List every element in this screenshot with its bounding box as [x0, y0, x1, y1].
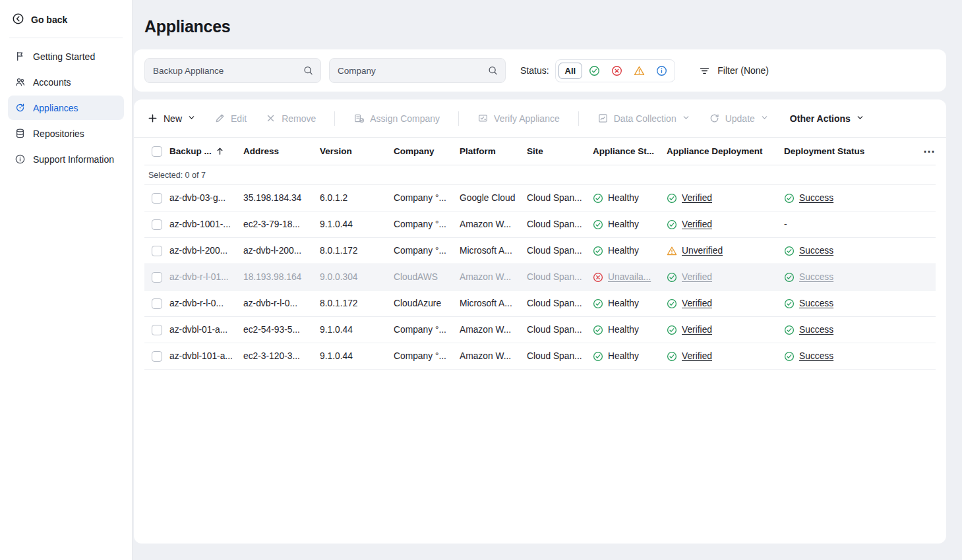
company-search-input[interactable]	[329, 58, 506, 83]
sidebar-item-label: Appliances	[33, 103, 78, 113]
other-actions-button[interactable]: Other Actions	[790, 113, 864, 124]
go-back-button[interactable]: Go back	[8, 7, 124, 33]
column-header-version[interactable]: Version	[320, 146, 394, 156]
cell-appliance-deployment: Verified	[667, 298, 784, 309]
status-filter-error-button[interactable]	[607, 62, 627, 80]
status-link[interactable]: Verified	[682, 351, 712, 361]
status-link[interactable]: Success	[799, 325, 833, 335]
column-header-site[interactable]: Site	[527, 146, 593, 156]
appliance-icon	[15, 102, 26, 113]
table-row[interactable]: az-dvb-r-l-01... 18.193.98.164 9.0.0.304…	[144, 264, 936, 291]
status-link[interactable]: Verified	[682, 272, 712, 282]
status-link[interactable]: Verified	[682, 193, 712, 203]
status-link[interactable]: Verified	[682, 219, 712, 229]
row-checkbox[interactable]	[152, 298, 162, 309]
cell-appliance-status: Healthy	[593, 193, 667, 204]
cell-site: Cloud Span...	[527, 351, 593, 361]
sidebar-item-repositories[interactable]: Repositories	[8, 121, 124, 146]
column-header-platform[interactable]: Platform	[460, 146, 527, 156]
status-filter-segment: All	[555, 59, 676, 82]
cell-appliance-status: Healthy	[593, 219, 667, 230]
info-icon	[15, 154, 26, 165]
column-header-address[interactable]: Address	[243, 146, 320, 156]
chevron-down-icon	[760, 113, 769, 124]
sidebar-item-appliances[interactable]: Appliances	[8, 96, 124, 120]
database-icon	[15, 128, 26, 139]
sidebar-item-support-information[interactable]: Support Information	[8, 147, 124, 171]
status-link[interactable]: Success	[799, 193, 833, 203]
appliances-panel: New Edit Remove Assign Company	[134, 99, 946, 544]
check-circle-icon	[593, 298, 603, 309]
table-row[interactable]: az-dvb-r-l-0... az-dvb-r-l-0... 8.0.1.17…	[144, 291, 936, 317]
column-header-backup-appliance[interactable]: Backup ...	[169, 146, 243, 156]
table-row[interactable]: az-dvb-1001-... ec2-3-79-18... 9.1.0.44 …	[144, 211, 936, 238]
filter-button[interactable]: Filter (None)	[699, 65, 769, 76]
column-header-deployment-status[interactable]: Deployment Status	[784, 146, 908, 156]
appliance-search-input[interactable]	[144, 58, 321, 83]
table-row[interactable]: az-dvb-03-g... 35.198.184.34 6.0.1.2 Com…	[144, 185, 936, 211]
new-button[interactable]: New	[147, 113, 196, 124]
cell-backup-appliance: az-dvb-r-l-0...	[169, 298, 243, 308]
data-collection-label: Data Collection	[614, 113, 676, 124]
update-icon	[709, 113, 720, 124]
select-all-checkbox[interactable]	[152, 146, 162, 157]
cell-version: 9.1.0.44	[320, 351, 394, 361]
remove-button[interactable]: Remove	[265, 113, 316, 124]
cell-backup-appliance: az-dvb-1001-...	[169, 219, 243, 229]
table-row[interactable]: az-dvbl-01-a... ec2-54-93-5... 9.1.0.44 …	[144, 317, 936, 343]
people-icon	[15, 76, 26, 88]
status-text: Healthy	[608, 193, 639, 203]
cell-backup-appliance: az-dvb-03-g...	[169, 193, 243, 203]
table-row[interactable]: az-dvb-l-200... az-dvb-l-200... 8.0.1.17…	[144, 238, 936, 264]
update-button[interactable]: Update	[709, 113, 769, 124]
back-arrow-icon	[12, 13, 24, 27]
column-header-appliance-deployment[interactable]: Appliance Deployment	[667, 146, 784, 156]
chevron-down-icon	[187, 113, 196, 124]
status-link[interactable]: Unavaila...	[608, 272, 651, 282]
edit-button[interactable]: Edit	[214, 113, 247, 124]
row-checkbox[interactable]	[152, 193, 162, 204]
selection-summary: Selected: 0 of 7	[144, 165, 936, 185]
company-search	[329, 58, 506, 83]
chevron-down-icon	[856, 113, 864, 124]
column-options-menu[interactable]: ⋯	[908, 144, 936, 159]
status-link[interactable]: Verified	[682, 298, 712, 308]
check-circle-icon	[593, 351, 603, 362]
status-link[interactable]: Success	[799, 298, 833, 308]
verify-appliance-button[interactable]: Verify Appliance	[477, 113, 560, 124]
sidebar-item-accounts[interactable]: Accounts	[8, 70, 124, 94]
assign-company-button[interactable]: Assign Company	[353, 113, 440, 124]
status-filter-healthy-button[interactable]	[584, 62, 605, 80]
remove-x-icon	[265, 113, 276, 124]
row-checkbox[interactable]	[152, 351, 162, 362]
cell-appliance-deployment: Verified	[667, 193, 784, 204]
cell-backup-appliance: az-dvb-r-l-01...	[169, 272, 243, 282]
table-row[interactable]: az-dvbl-101-a... ec2-3-120-3... 9.1.0.44…	[144, 343, 936, 370]
check-circle-icon	[667, 219, 677, 230]
cell-site: Cloud Span...	[527, 298, 593, 308]
sidebar-item-label: Support Information	[33, 154, 114, 165]
row-checkbox[interactable]	[152, 246, 162, 256]
data-collection-button[interactable]: Data Collection	[597, 113, 690, 124]
cell-platform: Amazon W...	[460, 351, 527, 361]
check-circle-icon	[784, 351, 795, 362]
column-header-company[interactable]: Company	[394, 146, 460, 156]
status-filter-warning-button[interactable]	[629, 62, 649, 80]
status-link[interactable]: Success	[799, 246, 833, 256]
status-link[interactable]: Success	[799, 272, 833, 282]
status-link[interactable]: Unverified	[682, 246, 723, 256]
column-header-appliance-status[interactable]: Appliance St...	[593, 146, 667, 156]
filter-bar: Status: All Filter (None)	[134, 49, 946, 92]
cell-version: 9.1.0.44	[320, 219, 394, 229]
status-link[interactable]: Verified	[682, 325, 712, 335]
status-filter-all-button[interactable]: All	[558, 63, 583, 79]
row-checkbox[interactable]	[152, 325, 162, 335]
verify-appliance-icon	[477, 113, 489, 124]
data-collection-icon	[597, 113, 609, 124]
row-checkbox[interactable]	[152, 219, 162, 230]
status-link[interactable]: Success	[799, 351, 833, 361]
cell-company: Company °...	[394, 325, 460, 335]
status-filter-info-button[interactable]	[651, 62, 672, 80]
row-checkbox[interactable]	[152, 272, 162, 283]
sidebar-item-getting-started[interactable]: Getting Started	[8, 44, 124, 69]
